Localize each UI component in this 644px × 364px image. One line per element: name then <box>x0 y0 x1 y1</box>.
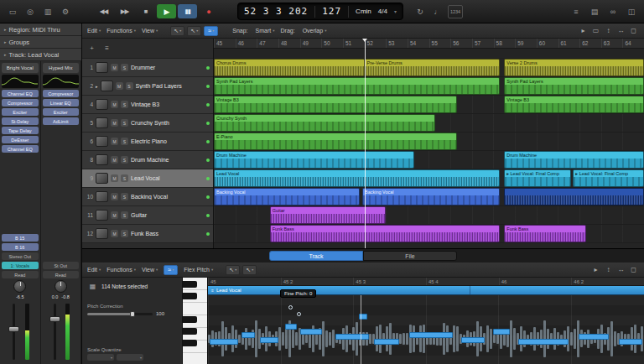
region-funk-bass[interactable]: Funk Bass <box>270 225 500 242</box>
command-tool-button[interactable]: ↖ <box>187 26 201 36</box>
mute-button[interactable]: M <box>111 101 118 108</box>
plugin-slot[interactable]: Exciter <box>43 108 80 116</box>
inspector-section-0[interactable]: ▸Region: MIDI Thru <box>0 23 81 36</box>
bar-ruler[interactable]: 4546474849505152535455565758596061626364 <box>214 39 644 49</box>
flex-pitch-grid[interactable]: Fine Pitch: 0 <box>208 295 644 364</box>
toolbox-icon[interactable]: ⚙ <box>58 5 73 18</box>
editor-region-strip[interactable]: ≡ Lead Vocal <box>208 286 644 295</box>
view-menu[interactable]: View <box>142 267 158 273</box>
inspector-section-1[interactable]: ▸Groups <box>0 36 81 49</box>
slider-thumb[interactable] <box>130 311 135 317</box>
pitch-drift-handle[interactable] <box>288 305 293 309</box>
mute-button[interactable]: M <box>111 64 118 71</box>
command-tool-button[interactable]: ↖ <box>242 265 257 275</box>
add-track-button[interactable]: + <box>86 44 97 54</box>
pause-button[interactable]: ▮▮ <box>178 4 197 18</box>
track-header-drummer[interactable]: 1MSDrummer <box>82 59 213 77</box>
vertical-zoom-icon[interactable]: ↕ <box>603 26 614 36</box>
solo-button[interactable]: S <box>121 156 128 164</box>
mute-button[interactable]: M <box>111 138 118 145</box>
region-guitar[interactable]: Guitar <box>270 206 387 224</box>
editor-tab-file[interactable]: File <box>363 251 457 261</box>
edit-menu[interactable]: Edit <box>87 267 101 273</box>
send-slot[interactable]: B 16 <box>2 243 39 251</box>
stop-button[interactable]: ■ <box>136 4 155 18</box>
track-header-lead-vocal[interactable]: 9MSLead Vocal <box>82 169 213 188</box>
list-editors-icon[interactable]: ≡ <box>569 5 584 18</box>
black-key[interactable] <box>183 316 197 323</box>
solo-button[interactable]: S <box>121 230 128 237</box>
edit-menu[interactable]: Edit <box>87 28 101 34</box>
solo-button[interactable]: S <box>121 193 128 200</box>
flex-pitch-note[interactable] <box>300 329 322 335</box>
inspector-section-2[interactable]: ▸Track: Lead Vocal <box>0 49 81 61</box>
output-slot[interactable]: St Out <box>43 262 80 269</box>
plugin-slot[interactable]: Channel EQ <box>2 90 39 97</box>
forward-button[interactable]: ▶▶ <box>115 4 134 18</box>
region-drum-machine[interactable]: Drum Machine <box>504 151 644 169</box>
tempo-value[interactable]: 127 <box>322 6 341 17</box>
drag-menu[interactable]: Overlap <box>303 28 327 34</box>
output-slot[interactable]: Stereo Out <box>2 252 39 260</box>
pointer-tool-button[interactable]: ↖ <box>170 26 184 36</box>
region-synth-pad-layers[interactable]: Synth Pad Layers <box>214 77 500 95</box>
black-key[interactable] <box>183 328 197 335</box>
key-signature[interactable]: Cmin <box>356 8 371 15</box>
flex-view-icon[interactable]: ≈ <box>204 26 218 36</box>
note-pads-icon[interactable]: ▤ <box>587 5 602 18</box>
catch-playhead-icon[interactable]: ▸ <box>590 265 601 275</box>
region-audio[interactable] <box>504 188 644 205</box>
solo-button[interactable]: S <box>121 174 128 182</box>
editor-tab-track[interactable]: Track <box>269 251 363 261</box>
flex-pitch-note[interactable] <box>374 339 399 345</box>
flex-pitch-note[interactable] <box>242 332 255 338</box>
channel-strip-setting-button[interactable]: Bright Vocal <box>2 63 39 73</box>
pitch-correction-slider[interactable] <box>87 313 153 315</box>
flex-pitch-note[interactable] <box>210 339 238 345</box>
track-header-drum-machine[interactable]: 8MSDrum Machine <box>82 151 213 169</box>
plugin-slot[interactable]: St-Delay <box>2 117 39 125</box>
region--lead-vocal-final-comp[interactable]: ▸ Lead Vocal: Final Comp <box>504 169 571 187</box>
region-play-icon[interactable]: ≡ <box>211 288 214 293</box>
region-chorus-drums[interactable]: Chorus Drums <box>214 59 365 76</box>
plugin-slot[interactable]: Channel EQ <box>2 145 39 153</box>
eq-thumbnail[interactable] <box>43 75 80 88</box>
region-pre-verse-drums[interactable]: Pre-Verse Drums <box>365 59 501 76</box>
lcd-menu-caret-icon[interactable]: ▾ <box>394 8 397 14</box>
vertical-zoom-icon[interactable]: ↕ <box>603 265 614 275</box>
channel-strip-setting-button[interactable]: Hyped Mix <box>43 63 80 73</box>
solo-button[interactable]: S <box>121 211 128 219</box>
flex-pitch-note[interactable] <box>619 339 642 345</box>
track-header-crunchy-synth[interactable]: 5MSCrunchy Synth <box>82 114 213 133</box>
solo-button[interactable]: S <box>121 119 128 127</box>
play-button[interactable]: ▶ <box>157 4 176 18</box>
black-key[interactable] <box>183 340 197 346</box>
region-vintage-b3[interactable]: Vintage B3 <box>504 96 644 113</box>
region-lead-vocal[interactable]: Lead Vocal <box>214 169 500 187</box>
playhead[interactable] <box>365 39 366 248</box>
send-slot[interactable]: B 15 <box>2 234 39 242</box>
flex-pitch-note[interactable] <box>335 334 369 340</box>
inspector-icon[interactable]: ◎ <box>23 5 38 18</box>
pan-knob[interactable] <box>55 280 67 293</box>
functions-menu[interactable]: Functions <box>106 267 136 273</box>
flex-pitch-note[interactable] <box>260 337 278 343</box>
region-list-icon[interactable]: ▦ <box>87 281 98 291</box>
automation-mode-button[interactable]: Read <box>43 271 80 278</box>
region-e-piano[interactable]: E-Piano <box>214 133 457 150</box>
track-header-guitar[interactable]: 11MSGuitar <box>82 206 213 225</box>
region-vintage-b3[interactable]: Vintage B3 <box>214 96 457 113</box>
record-button[interactable]: ● <box>199 4 218 18</box>
track-disclosure-icon[interactable]: ▸ <box>96 84 98 89</box>
track-header-vintage-b3[interactable]: 4MSVintage B3 <box>82 96 213 114</box>
plugin-slot[interactable]: AdLimit <box>43 117 80 125</box>
region-backing-vocal[interactable]: Backing Vocal <box>214 188 360 205</box>
track-header-electric-piano[interactable]: 6MSElectric Piano <box>82 133 213 151</box>
plugin-slot[interactable]: Linear EQ <box>43 99 80 107</box>
piano-keyboard[interactable] <box>183 278 208 364</box>
pointer-tool-button[interactable]: ↖ <box>226 265 240 275</box>
solo-button[interactable]: S <box>121 138 128 145</box>
functions-menu[interactable]: Functions <box>106 28 136 34</box>
flex-pitch-note[interactable] <box>461 337 485 343</box>
volume-fader[interactable] <box>8 326 19 332</box>
